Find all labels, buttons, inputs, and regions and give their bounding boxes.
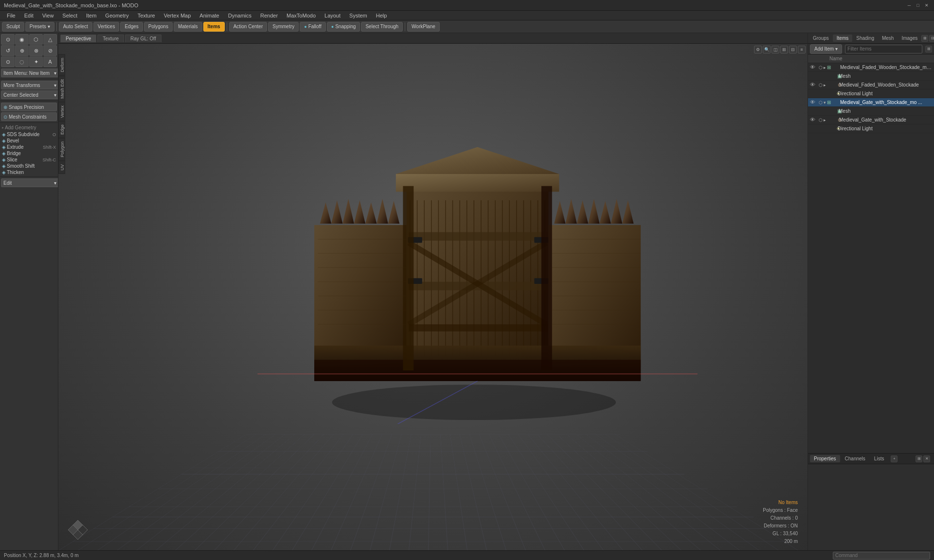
tool-icon-8[interactable]: ⊘	[43, 45, 57, 56]
item-eye-5[interactable]: 👁	[810, 99, 817, 106]
menu-file[interactable]: File	[3, 12, 19, 19]
items-list-item[interactable]: ▣ Mesh	[808, 72, 934, 81]
tab-images[interactable]: Images	[898, 35, 921, 42]
menu-dynamics[interactable]: Dynamics	[224, 12, 255, 19]
polygons-button[interactable]: Polygons	[144, 22, 173, 32]
side-tab-polygon[interactable]: Polygon	[58, 138, 65, 161]
tool-icon-12[interactable]: A	[43, 56, 57, 67]
br-expand-icon[interactable]: ⊞	[916, 455, 922, 462]
add-tab-button[interactable]: +	[891, 455, 898, 462]
extrude-tool[interactable]: ◈ Extrude Shift-X	[0, 144, 58, 150]
tool-icon-4[interactable]: △	[43, 34, 57, 45]
tool-icon-10[interactable]: ◌	[15, 56, 29, 67]
channels-tab[interactable]: Channels	[841, 455, 869, 462]
menu-animate[interactable]: Animate	[196, 12, 223, 19]
edges-button[interactable]: Edges	[120, 22, 143, 32]
filter-items-input[interactable]	[845, 45, 922, 53]
command-input[interactable]	[833, 552, 930, 560]
maximize-button[interactable]: □	[915, 2, 921, 9]
vp-icon-3[interactable]: ◫	[772, 46, 779, 53]
items-panel-icon[interactable]: ⊞	[925, 46, 932, 52]
viewport[interactable]: Perspective Texture Ray GL: Off	[58, 33, 808, 550]
snapping-button[interactable]: ● Snapping	[327, 22, 360, 32]
smooth-shift-tool[interactable]: ◈ Smooth Shift	[0, 163, 58, 169]
sds-subdivide-tool[interactable]: ◈ SDS Subdivide O	[0, 131, 58, 138]
lists-tab[interactable]: Lists	[870, 455, 888, 462]
side-tab-mesh-edit[interactable]: Mesh Edit	[58, 76, 65, 102]
properties-tab[interactable]: Properties	[810, 455, 840, 462]
vp-icon-2[interactable]: 🔍	[763, 46, 771, 53]
menu-edit[interactable]: Edit	[20, 12, 37, 19]
tab-mesh[interactable]: Mesh	[878, 35, 898, 42]
viewport-canvas[interactable]: No Items Polygons : Face Channels : 0 De…	[58, 44, 808, 550]
add-item-button[interactable]: Add Item ▾	[810, 44, 842, 54]
menu-select[interactable]: Select	[58, 12, 81, 19]
texture-tab[interactable]: Texture	[97, 35, 124, 42]
menu-system[interactable]: System	[345, 12, 371, 19]
tool-icon-11[interactable]: ✦	[29, 56, 43, 67]
tool-icon-9[interactable]: ⊙	[1, 56, 15, 67]
bridge-tool[interactable]: ◈ Bridge	[0, 150, 58, 157]
edit-dropdown[interactable]: Edit ▾	[1, 178, 58, 187]
item-eye-3[interactable]: 👁	[810, 82, 817, 88]
vp-icon-5[interactable]: ⊟	[789, 46, 797, 53]
menu-item[interactable]: Item	[82, 12, 100, 19]
side-tab-edge[interactable]: Edge	[58, 121, 65, 138]
item-eye-1[interactable]: 👁	[810, 64, 817, 71]
falloff-button[interactable]: ● Falloff	[300, 22, 326, 32]
side-tab-deform[interactable]: Deform	[58, 54, 65, 76]
minimize-button[interactable]: ─	[906, 2, 913, 9]
center-selected-button[interactable]: Center Selected ▾	[1, 90, 58, 99]
thicken-tool[interactable]: ◈ Thicken	[0, 169, 58, 175]
items-list-item[interactable]: 👁 ⬡ ▾ ⊞ Medieval_Gate_with_Stockade_mo .…	[808, 98, 934, 107]
tool-icon-1[interactable]: ⊙	[1, 34, 15, 45]
symmetry-button[interactable]: Symmetry	[268, 22, 299, 32]
tab-shading[interactable]: Shading	[852, 35, 878, 42]
slice-tool[interactable]: ◈ Slice Shift-C	[0, 157, 58, 163]
tool-icon-3[interactable]: ⬡	[29, 34, 43, 45]
close-button[interactable]: ✕	[923, 2, 930, 9]
add-geometry-label[interactable]: Add Geometry	[0, 124, 58, 131]
br-close-icon[interactable]: ✕	[923, 455, 930, 462]
menu-view[interactable]: View	[38, 12, 58, 19]
item-menu-dropdown[interactable]: Item Menu: New Item ▾	[1, 69, 58, 77]
workplane-button[interactable]: WorkPlane	[407, 22, 440, 32]
mesh-constraints-button[interactable]: ⊙ Mesh Constraints	[1, 112, 57, 121]
tab-groups[interactable]: Groups	[809, 35, 833, 42]
vp-icon-4[interactable]: ⊞	[780, 46, 788, 53]
items-list-item[interactable]: 👁 ⬡ ▸ ⊙ Medieval_Faded_Wooden_Stockade	[808, 81, 934, 89]
sculpt-button[interactable]: Sculpt	[2, 22, 24, 32]
auto-select-button[interactable]: Auto Select	[59, 22, 92, 32]
select-through-button[interactable]: Select Through	[361, 22, 403, 32]
vp-icon-1[interactable]: ⚙	[754, 46, 762, 53]
items-list-item[interactable]: 👁 ⬡ ▸ ⊙ Medieval_Gate_with_Stockade	[808, 116, 934, 124]
items-list-item[interactable]: ☀ Directional Light	[808, 89, 934, 98]
menu-texture[interactable]: Texture	[134, 12, 159, 19]
right-panel-icon-1[interactable]: ⊞	[921, 35, 928, 42]
vertices-button[interactable]: Vertices	[93, 22, 120, 32]
tab-items[interactable]: Items	[833, 35, 852, 42]
menu-render[interactable]: Render	[256, 12, 282, 19]
tool-icon-6[interactable]: ⊕	[15, 45, 29, 56]
items-list-item[interactable]: 👁 ⬡ ▸ ⊞ Medieval_Faded_Wooden_Stockade_m…	[808, 63, 934, 72]
snaps-precision-button[interactable]: ⊕ Snaps Precision	[1, 103, 57, 111]
items-button[interactable]: Items	[203, 22, 225, 32]
vp-icon-6[interactable]: ≡	[798, 46, 806, 53]
action-center-button[interactable]: Action Center	[229, 22, 268, 32]
side-tab-uv[interactable]: UV	[58, 161, 65, 174]
menu-vertex-map[interactable]: Vertex Map	[160, 12, 195, 19]
item-eye-7[interactable]: 👁	[810, 117, 817, 123]
more-transforms-button[interactable]: More Transforms ▾	[1, 81, 58, 89]
tool-icon-5[interactable]: ↺	[1, 45, 15, 56]
tool-icon-7[interactable]: ⊗	[29, 45, 43, 56]
materials-button[interactable]: Materials	[174, 22, 202, 32]
bevel-tool[interactable]: ◈ Bevel	[0, 138, 58, 144]
menu-help[interactable]: Help	[372, 12, 391, 19]
raygl-tab[interactable]: Ray GL: Off	[125, 35, 162, 42]
tool-icon-2[interactable]: ◉	[15, 34, 29, 45]
right-panel-icon-2[interactable]: ⊟	[929, 35, 934, 42]
items-list-item[interactable]: ▣ Mesh	[808, 107, 934, 116]
side-tab-vertex[interactable]: Vertex	[58, 102, 65, 122]
items-list-item[interactable]: ☀ Directional Light	[808, 124, 934, 133]
presets-button[interactable]: Presets ▾	[25, 22, 54, 32]
